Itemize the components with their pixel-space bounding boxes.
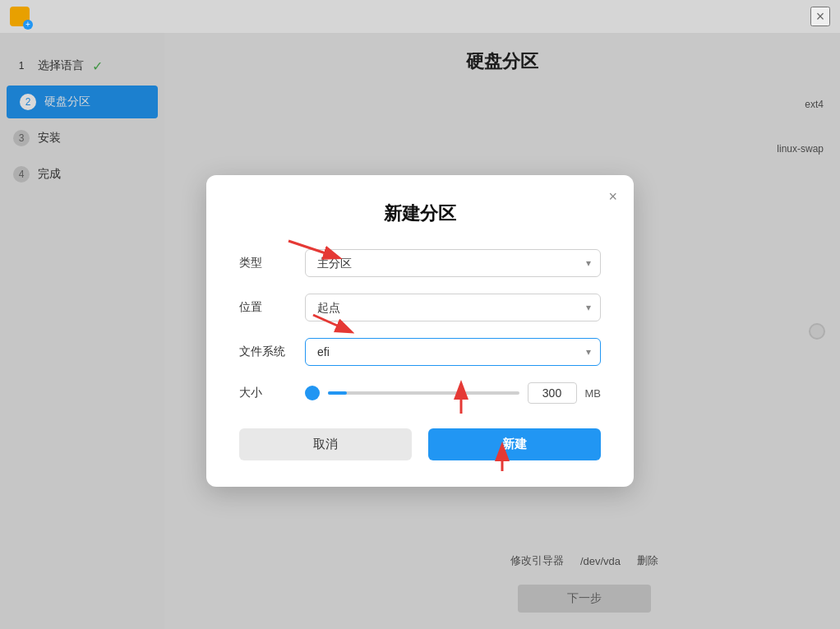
slider-fill xyxy=(328,391,347,395)
app-icon xyxy=(10,7,30,26)
position-select-wrapper: 起点 终点 ▾ xyxy=(305,294,601,321)
type-select-wrapper: 主分区 逻辑分区 扩展分区 ▾ xyxy=(305,249,601,277)
type-label: 类型 xyxy=(239,256,305,271)
dialog-close-button[interactable]: × xyxy=(608,188,617,206)
window-close-button[interactable]: × xyxy=(810,7,830,26)
size-control: 300 MB xyxy=(305,382,601,404)
position-control: 起点 终点 ▾ xyxy=(305,294,601,321)
filesystem-label: 文件系统 xyxy=(239,345,305,359)
type-select[interactable]: 主分区 逻辑分区 扩展分区 xyxy=(305,249,601,277)
size-value-input[interactable]: 300 xyxy=(528,382,577,404)
slider-row: 300 MB xyxy=(305,382,601,404)
filesystem-row: 文件系统 efi ext4 ext3 swap fat32 ntfs ▾ xyxy=(239,338,601,366)
position-label: 位置 xyxy=(239,300,305,315)
dialog-buttons: 取消 新建 xyxy=(239,428,601,460)
filesystem-select-wrapper: efi ext4 ext3 swap fat32 ntfs ▾ xyxy=(305,338,601,366)
cancel-button[interactable]: 取消 xyxy=(239,428,412,460)
filesystem-select[interactable]: efi ext4 ext3 swap fat32 ntfs xyxy=(305,338,601,366)
position-row: 位置 起点 终点 ▾ xyxy=(239,294,601,321)
type-control: 主分区 逻辑分区 扩展分区 ▾ xyxy=(305,249,601,277)
dialog-overlay: 新建分区 × 类型 主分区 逻辑分区 扩展分区 ▾ xyxy=(0,33,840,629)
filesystem-control: efi ext4 ext3 swap fat32 ntfs ▾ xyxy=(305,338,601,366)
size-label: 大小 xyxy=(239,386,305,400)
title-bar-left xyxy=(10,7,30,26)
size-unit: MB xyxy=(585,387,602,400)
title-bar: × xyxy=(0,0,840,33)
new-partition-dialog: 新建分区 × 类型 主分区 逻辑分区 扩展分区 ▾ xyxy=(206,175,634,487)
slider-track[interactable] xyxy=(328,391,519,395)
size-row: 大小 300 MB xyxy=(239,382,601,404)
position-select[interactable]: 起点 终点 xyxy=(305,294,601,321)
create-button[interactable]: 新建 xyxy=(428,428,601,460)
type-row: 类型 主分区 逻辑分区 扩展分区 ▾ xyxy=(239,249,601,277)
dialog-title: 新建分区 xyxy=(239,201,601,226)
slider-thumb[interactable] xyxy=(305,386,320,400)
dialog-header: 新建分区 × xyxy=(239,201,601,226)
main-content: 1 选择语言 ✓ 2 硬盘分区 3 安装 4 完成 硬盘分区 ext4 linu… xyxy=(0,33,840,629)
